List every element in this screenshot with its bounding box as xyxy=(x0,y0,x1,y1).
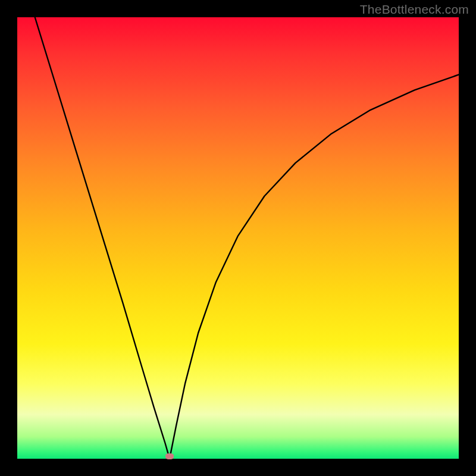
minimum-marker xyxy=(165,453,174,459)
bottleneck-curve xyxy=(17,17,459,459)
chart-frame: TheBottleneck.com xyxy=(0,0,476,476)
watermark-text: TheBottleneck.com xyxy=(360,2,469,17)
plot-area xyxy=(17,17,459,459)
